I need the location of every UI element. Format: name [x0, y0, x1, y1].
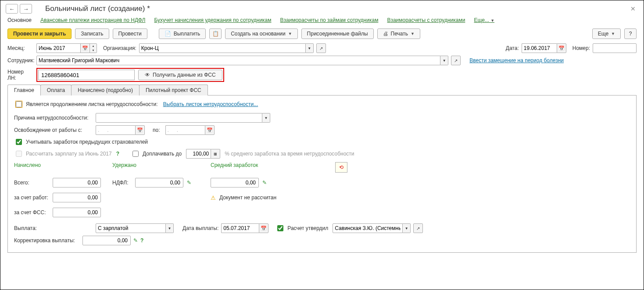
report-icon-button[interactable]: 📋 — [209, 28, 222, 39]
month-label: Месяц: — [7, 45, 34, 51]
approver-open-button[interactable]: ↗ — [413, 223, 423, 233]
avg-input[interactable] — [211, 178, 259, 187]
release-from-label: Освобождение от работы с: — [14, 127, 93, 133]
post-button[interactable]: Провести — [113, 28, 147, 39]
fss-input[interactable] — [53, 208, 101, 217]
page-title: Больничный лист (создание) * — [45, 4, 150, 13]
help-icon[interactable]: ? — [140, 237, 143, 244]
ln-number-input[interactable] — [38, 70, 135, 80]
topup-input[interactable] — [186, 149, 211, 159]
chevron-down-icon: ▼ — [288, 32, 292, 36]
number-input[interactable] — [593, 43, 637, 53]
help-button[interactable]: ? — [624, 28, 637, 39]
attached-files-button[interactable]: Присоединенные файлы — [301, 28, 374, 39]
tab-accrued[interactable]: Начислено (подробно) — [71, 85, 140, 95]
pay-button[interactable]: 📄 Выплатить — [159, 28, 206, 39]
month-input[interactable] — [36, 43, 80, 53]
tab-payment[interactable]: Оплата — [40, 85, 72, 95]
edit-icon[interactable]: ✎ — [133, 237, 138, 244]
post-and-close-button[interactable]: Провести и закрыть — [7, 28, 72, 39]
write-button[interactable]: Записать — [75, 28, 109, 39]
topup-checkbox[interactable] — [132, 151, 139, 157]
withheld-header: Удержано — [112, 162, 200, 173]
org-open-button[interactable]: ↗ — [316, 43, 326, 53]
payment-select[interactable] — [96, 223, 166, 233]
refresh-button[interactable]: ⟲ — [335, 162, 347, 173]
create-on-basis-button[interactable]: Создать на основании ▼ — [225, 28, 297, 39]
edit-icon[interactable]: ✎ — [187, 180, 191, 186]
dropdown-icon[interactable]: ▼ — [440, 56, 448, 65]
nav-l4[interactable]: Взаиморасчеты с сотрудниками — [387, 17, 465, 23]
continuation-checkbox[interactable] — [16, 101, 22, 107]
calendar-icon[interactable]: 📅 — [205, 125, 215, 135]
fss-label: за счет ФСС: — [14, 209, 49, 216]
approved-checkbox[interactable] — [277, 225, 283, 231]
correction-label: Корректировка выплаты: — [14, 237, 80, 244]
nav-more[interactable]: Еще... ▼ — [474, 17, 494, 23]
calendar-icon[interactable]: 📅 — [80, 43, 90, 53]
nav-l1[interactable]: Авансовые платежи иностранцев по НДФЛ — [40, 17, 145, 23]
release-to-input[interactable] — [165, 125, 205, 135]
org-label: Организация: — [103, 45, 136, 51]
select-sick-leave-link[interactable]: Выбрать листок нетрудоспособности... — [163, 101, 258, 107]
dropdown-icon[interactable]: ▼ — [403, 223, 411, 233]
help-icon[interactable]: ? — [116, 151, 119, 157]
ndfl-label: НДФЛ: — [112, 180, 132, 186]
employer-label: за счет работ: — [14, 195, 49, 201]
date-label: Дата: — [506, 45, 519, 51]
nav-l3[interactable]: Взаиморасчеты по займам сотрудникам — [280, 17, 379, 23]
employee-label: Сотрудник: — [7, 57, 34, 64]
prev-insurers-checkbox[interactable] — [16, 139, 22, 145]
pay-icon: 📄 — [165, 31, 171, 37]
reason-input[interactable] — [96, 113, 262, 123]
dropdown-icon[interactable]: ▼ — [262, 113, 270, 123]
warning-icon: ⚠ — [211, 195, 216, 201]
reason-label: Причина нетрудоспособности: — [14, 115, 93, 121]
topup-tail: % среднего заработка за время нетрудоспо… — [225, 151, 354, 157]
eye-icon: 👁 — [145, 72, 150, 78]
employee-open-button[interactable]: ↗ — [451, 56, 461, 65]
nav-back-button[interactable]: ← — [6, 4, 18, 14]
release-to-label: по: — [153, 127, 160, 133]
calendar-icon[interactable]: 📅 — [135, 125, 145, 135]
number-label: Номер: — [572, 45, 590, 51]
approver-input[interactable] — [333, 223, 403, 233]
org-input[interactable] — [139, 43, 306, 53]
edit-icon[interactable]: ✎ — [262, 180, 267, 186]
date-input[interactable] — [522, 43, 557, 53]
calc-salary-label: Рассчитать зарплату за Июнь 2017 — [26, 151, 112, 157]
pay-date-label: Дата выплаты: — [182, 225, 218, 231]
dropdown-icon[interactable]: ▼ — [166, 223, 174, 233]
month-spinner[interactable]: ▲▼ — [90, 43, 97, 53]
calendar-icon[interactable]: 📅 — [557, 43, 566, 53]
chevron-down-icon: ▼ — [611, 32, 615, 36]
fss-highlight: 👁 Получить данные из ФСС — [36, 68, 224, 82]
pay-date-input[interactable] — [221, 223, 259, 233]
not-calculated-label: Документ не рассчитан — [219, 195, 276, 201]
release-from-input[interactable] — [96, 125, 135, 135]
total-input[interactable] — [53, 178, 101, 187]
get-fss-data-button[interactable]: 👁 Получить данные из ФСС — [138, 70, 222, 80]
calc-salary-checkbox — [16, 151, 22, 157]
nav-main[interactable]: Основное — [7, 17, 32, 23]
print-button[interactable]: 🖨 Печать ▼ — [377, 28, 420, 39]
stepper-icon[interactable]: ▦ — [211, 149, 220, 159]
calendar-icon[interactable]: 📅 — [259, 223, 268, 233]
print-icon: 🖨 — [383, 31, 388, 37]
topup-label: Доплачивать до — [143, 151, 182, 157]
dropdown-icon[interactable]: ▼ — [306, 43, 314, 53]
nav-fwd-button[interactable]: → — [20, 4, 32, 14]
substitution-link[interactable]: Ввести замещение на период болезни — [469, 57, 564, 64]
employer-input[interactable] — [53, 193, 101, 202]
prev-insurers-label: Учитывать заработок предыдущих страховат… — [26, 139, 148, 145]
employee-input[interactable] — [36, 56, 440, 65]
correction-input[interactable] — [82, 236, 131, 245]
more-button[interactable]: Еще ▼ — [592, 28, 621, 39]
ndfl-input[interactable] — [135, 178, 183, 187]
nav-l2[interactable]: Бухучет начисления удержания по сотрудни… — [154, 17, 271, 23]
avg-header: Средний заработок — [211, 162, 325, 173]
ln-label: Номер ЛН: — [7, 69, 34, 81]
tab-main[interactable]: Главное — [7, 85, 41, 95]
tab-fss-pilot[interactable]: Пилотный проект ФСС — [139, 85, 208, 95]
close-icon[interactable]: ✕ — [628, 5, 638, 12]
